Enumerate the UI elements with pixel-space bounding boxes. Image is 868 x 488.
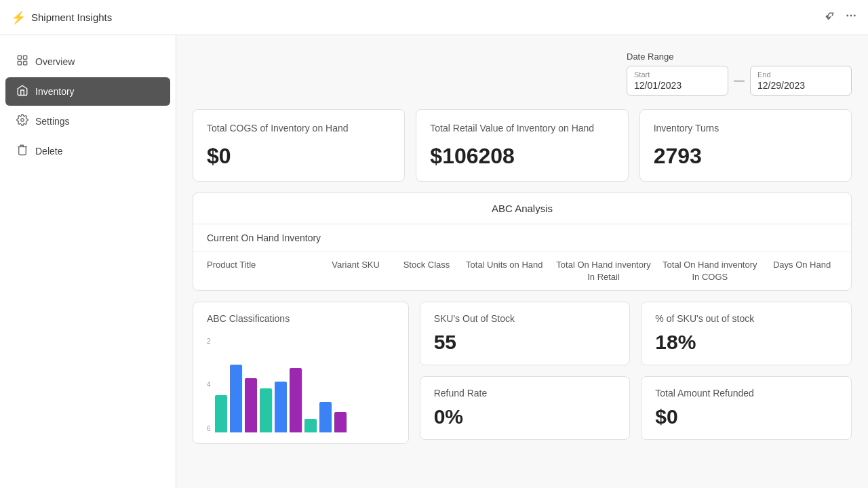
end-label: End bbox=[757, 70, 844, 79]
bottom-right: SKU's Out of Stock 55 % of SKU's out of … bbox=[420, 302, 852, 444]
y-label-4: 4 bbox=[207, 381, 211, 388]
stat-card-value-turns: 2793 bbox=[654, 144, 837, 169]
settings-icon bbox=[16, 114, 28, 129]
sidebar-item-label-inventory: Inventory bbox=[35, 86, 75, 97]
stat-card-title-turns: Inventory Turns bbox=[654, 122, 837, 136]
bar-group-1 bbox=[230, 365, 242, 432]
end-date-input[interactable]: End 12/29/2023 bbox=[750, 66, 852, 96]
pct-sku-out-value: 18% bbox=[655, 331, 837, 354]
bar-7 bbox=[319, 402, 332, 432]
refund-rate-card: Refund Rate 0% bbox=[420, 376, 631, 440]
bottom-right-top: SKU's Out of Stock 55 % of SKU's out of … bbox=[420, 302, 852, 365]
bars-container bbox=[215, 338, 395, 432]
sidebar-item-label-settings: Settings bbox=[35, 116, 70, 127]
start-date-value: 12/01/2023 bbox=[634, 80, 721, 91]
skus-out-title: SKU's Out of Stock bbox=[434, 313, 616, 324]
pin-icon[interactable] bbox=[825, 9, 837, 25]
bar-0 bbox=[215, 395, 227, 432]
sidebar-item-overview[interactable]: Overview bbox=[5, 47, 170, 76]
overview-icon bbox=[16, 54, 28, 69]
pct-sku-out-card: % of SKU's out of stock 18% bbox=[641, 302, 852, 365]
sidebar-item-label-delete: Delete bbox=[35, 146, 62, 157]
bar-4 bbox=[275, 382, 287, 432]
total-refunded-value: $0 bbox=[655, 405, 837, 428]
bar-group-8 bbox=[334, 412, 347, 432]
stat-card-inventory-turns: Inventory Turns 2793 bbox=[639, 109, 852, 182]
sidebar-item-settings[interactable]: Settings bbox=[5, 107, 170, 136]
date-range-section: Date Range Start 12/01/2023 — End 12/29/… bbox=[193, 52, 852, 96]
y-labels: 6 4 2 bbox=[207, 338, 215, 432]
chart-area: 6 4 2 bbox=[207, 331, 395, 432]
col-days-on-hand: Days On Hand bbox=[766, 259, 837, 283]
sidebar-item-label-overview: Overview bbox=[35, 56, 75, 67]
more-menu-icon[interactable] bbox=[845, 9, 857, 25]
y-label-6: 6 bbox=[207, 425, 211, 432]
col-variant-sku: Variant SKU bbox=[320, 259, 391, 283]
y-label-2: 2 bbox=[207, 338, 211, 345]
bar-1 bbox=[230, 365, 242, 432]
col-on-hand-cogs: Total On Hand inventory In COGS bbox=[660, 259, 760, 283]
bar-group-2 bbox=[245, 378, 257, 432]
col-stock-class: Stock Class bbox=[398, 259, 455, 283]
svg-rect-3 bbox=[18, 56, 21, 59]
table-header: Product Title Variant SKU Stock Class To… bbox=[193, 252, 851, 290]
col-product-title: Product Title bbox=[207, 259, 313, 283]
abc-analysis-section: ABC Analysis Current On Hand Inventory P… bbox=[193, 192, 852, 291]
sidebar: Overview Inventory Settings Delete bbox=[0, 35, 176, 488]
stat-card-value-retail: $106208 bbox=[430, 144, 614, 169]
svg-point-7 bbox=[21, 119, 24, 122]
main-content: Date Range Start 12/01/2023 — End 12/29/… bbox=[176, 35, 868, 488]
skus-out-value: 55 bbox=[434, 331, 616, 354]
total-refunded-title: Total Amount Refunded bbox=[655, 388, 837, 399]
bar-6 bbox=[304, 419, 317, 432]
pct-sku-out-title: % of SKU's out of stock bbox=[655, 313, 837, 324]
inventory-icon bbox=[16, 84, 28, 99]
svg-rect-4 bbox=[24, 56, 27, 59]
svg-rect-6 bbox=[24, 62, 27, 65]
col-on-hand-retail: Total On Hand inventory In Retail bbox=[554, 259, 654, 283]
start-date-input[interactable]: Start 12/01/2023 bbox=[627, 66, 728, 96]
abc-subsection-title: Current On Hand Inventory bbox=[193, 224, 851, 252]
delete-icon bbox=[16, 144, 28, 159]
topbar-right bbox=[825, 9, 857, 25]
bottom-section: ABC Classifications 6 4 2 bbox=[193, 302, 852, 444]
sidebar-item-delete[interactable]: Delete bbox=[5, 137, 170, 165]
svg-point-0 bbox=[847, 15, 848, 16]
svg-point-1 bbox=[850, 15, 852, 16]
date-range-wrapper: Date Range Start 12/01/2023 — End 12/29/… bbox=[627, 52, 852, 96]
main-layout: Overview Inventory Settings Delete bbox=[0, 35, 868, 488]
lightning-icon: ⚡ bbox=[11, 10, 26, 25]
abc-classifications-card: ABC Classifications 6 4 2 bbox=[193, 302, 409, 444]
abc-section-header: ABC Analysis bbox=[193, 193, 851, 224]
bar-group-6 bbox=[304, 419, 317, 432]
bar-8 bbox=[334, 412, 347, 432]
app-title: Shipment Insights bbox=[31, 12, 112, 23]
refund-rate-title: Refund Rate bbox=[434, 388, 616, 399]
sidebar-item-inventory[interactable]: Inventory bbox=[5, 77, 170, 106]
bar-group-0 bbox=[215, 395, 227, 432]
total-refunded-card: Total Amount Refunded $0 bbox=[641, 376, 852, 440]
bottom-right-bottom: Refund Rate 0% Total Amount Refunded $0 bbox=[420, 376, 852, 440]
end-date-value: 12/29/2023 bbox=[757, 80, 844, 91]
stat-card-title-cogs: Total COGS of Inventory on Hand bbox=[207, 122, 391, 136]
abc-classifications-title: ABC Classifications bbox=[207, 313, 395, 324]
start-label: Start bbox=[634, 70, 721, 79]
bar-group-3 bbox=[260, 388, 272, 432]
date-range-label: Date Range bbox=[627, 52, 852, 62]
stat-card-title-retail: Total Retail Value of Inventory on Hand bbox=[430, 122, 614, 136]
date-separator: — bbox=[734, 75, 745, 87]
bar-group-5 bbox=[290, 368, 302, 432]
bar-group-7 bbox=[319, 402, 332, 432]
bar-5 bbox=[290, 368, 302, 432]
bar-group-4 bbox=[275, 382, 287, 432]
col-total-units: Total Units on Hand bbox=[462, 259, 547, 283]
topbar-left: ⚡ Shipment Insights bbox=[11, 10, 112, 25]
topbar: ⚡ Shipment Insights bbox=[0, 0, 868, 35]
bar-3 bbox=[260, 388, 272, 432]
stat-card-total-retail: Total Retail Value of Inventory on Hand … bbox=[416, 109, 628, 182]
stat-cards-row: Total COGS of Inventory on Hand $0 Total… bbox=[193, 109, 852, 182]
date-range-inputs: Start 12/01/2023 — End 12/29/2023 bbox=[627, 66, 852, 96]
stat-card-total-cogs: Total COGS of Inventory on Hand $0 bbox=[193, 109, 405, 182]
svg-point-2 bbox=[854, 15, 856, 16]
bar-2 bbox=[245, 378, 257, 432]
